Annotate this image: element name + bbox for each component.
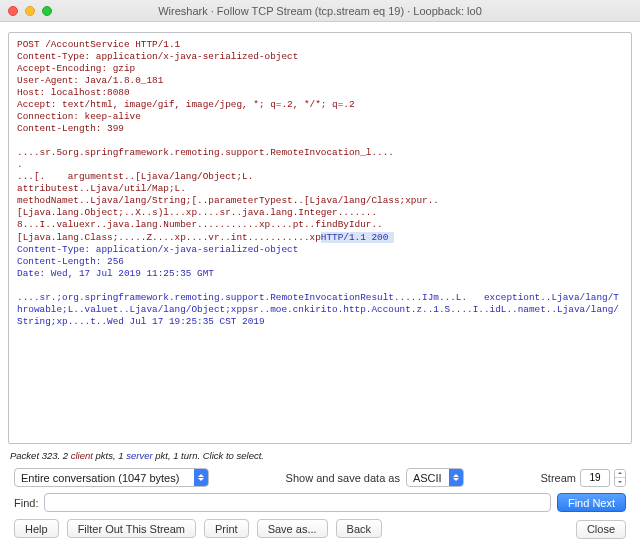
stepper-up-icon[interactable] <box>615 470 625 478</box>
window-controls <box>8 6 52 16</box>
stream-label: Stream <box>541 472 576 484</box>
stream-number-input[interactable] <box>580 469 610 487</box>
title-bar: Wireshark · Follow TCP Stream (tcp.strea… <box>0 0 640 22</box>
client-packet-text: POST /AccountService HTTP/1.1 Content-Ty… <box>17 39 439 243</box>
filter-out-stream-button[interactable]: Filter Out This Stream <box>67 519 196 538</box>
conversation-select-value: Entire conversation (1047 bytes) <box>15 472 185 484</box>
show-save-label: Show and save data as <box>286 472 400 484</box>
window-title: Wireshark · Follow TCP Stream (tcp.strea… <box>0 5 640 17</box>
summary-part-2: pkts, 1 <box>93 450 126 461</box>
help-button[interactable]: Help <box>14 519 59 538</box>
close-window-button[interactable] <box>8 6 18 16</box>
zoom-window-button[interactable] <box>42 6 52 16</box>
minimize-window-button[interactable] <box>25 6 35 16</box>
summary-part-3: pkt, 1 turn. Click to select. <box>153 450 264 461</box>
format-select-value: ASCII <box>407 472 448 484</box>
server-packet-text: Content-Type: application/x-java-seriali… <box>17 244 619 327</box>
server-status-line: HTTP/1.1 200 <box>321 232 394 243</box>
packet-summary: Packet 323. 2 client pkts, 1 server pkt,… <box>10 450 630 461</box>
find-input[interactable] <box>44 493 550 512</box>
chevron-updown-icon <box>449 468 463 487</box>
summary-server-word: server <box>126 450 152 461</box>
stream-stepper[interactable] <box>614 469 626 487</box>
back-button[interactable]: Back <box>336 519 382 538</box>
chevron-updown-icon <box>194 468 208 487</box>
stream-text-view[interactable]: POST /AccountService HTTP/1.1 Content-Ty… <box>8 32 632 444</box>
conversation-select[interactable]: Entire conversation (1047 bytes) <box>14 468 209 487</box>
print-button[interactable]: Print <box>204 519 249 538</box>
format-select[interactable]: ASCII <box>406 468 464 487</box>
summary-part-1: Packet 323. 2 <box>10 450 71 461</box>
save-as-button[interactable]: Save as... <box>257 519 328 538</box>
find-label: Find: <box>14 497 38 509</box>
summary-client-word: client <box>71 450 93 461</box>
close-button[interactable]: Close <box>576 520 626 539</box>
stepper-down-icon[interactable] <box>615 478 625 486</box>
find-next-button[interactable]: Find Next <box>557 493 626 512</box>
